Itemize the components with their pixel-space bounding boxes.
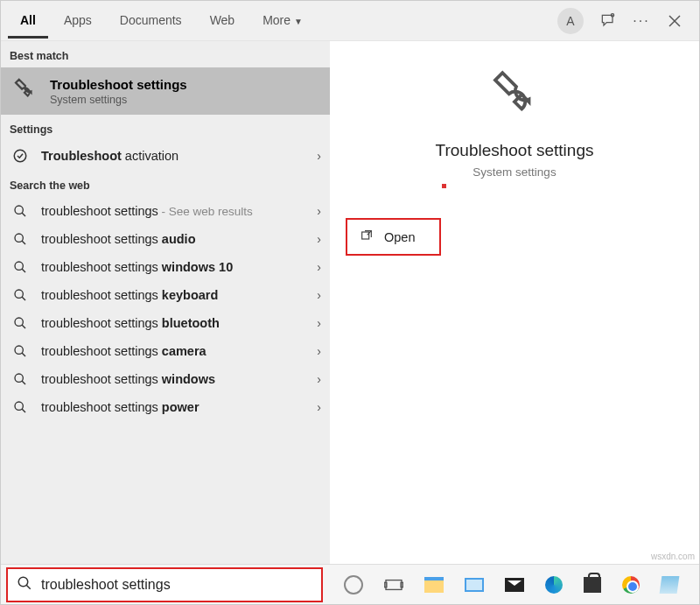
search-box[interactable] (6, 567, 323, 602)
best-match-text: Troubleshoot settings System settings (50, 77, 187, 106)
search-icon (11, 204, 29, 218)
chevron-right-icon: › (317, 400, 321, 414)
svg-point-3 (14, 150, 26, 162)
search-icon (11, 372, 29, 386)
chevron-right-icon: › (317, 149, 321, 163)
taskbar-icons (344, 575, 678, 594)
svg-line-13 (22, 325, 25, 328)
svg-line-5 (22, 213, 25, 216)
svg-point-16 (15, 374, 23, 382)
web-result-text: troubleshoot settings bluetooth (41, 316, 304, 330)
search-icon (11, 232, 29, 246)
results-panel: Best match Troubleshoot settings System … (1, 41, 330, 564)
file-explorer-icon[interactable] (424, 577, 444, 593)
svg-point-10 (15, 290, 23, 298)
topbar-right: A ··· (557, 8, 699, 34)
taskbar (1, 564, 699, 604)
web-label: Search the web (1, 171, 330, 197)
chevron-right-icon: › (317, 344, 321, 358)
web-result-text: troubleshoot settings audio (41, 232, 304, 246)
chrome-icon[interactable] (622, 576, 640, 594)
feedback-icon[interactable] (599, 12, 617, 30)
search-input[interactable] (41, 577, 312, 593)
chevron-right-icon: › (317, 232, 321, 246)
monitor-icon[interactable] (465, 578, 484, 592)
settings-item-text: Troubleshoot activation (41, 149, 304, 163)
detail-panel: Troubleshoot settings System settings Op… (330, 41, 699, 564)
search-icon (11, 400, 29, 414)
tab-web[interactable]: Web (198, 3, 248, 39)
svg-point-21 (18, 577, 28, 587)
search-icon (11, 316, 29, 330)
web-result-text: troubleshoot settings keyboard (41, 288, 304, 302)
svg-line-17 (22, 381, 25, 384)
wrench-icon (486, 66, 543, 127)
wrench-icon (11, 76, 38, 106)
app-icon[interactable] (660, 576, 680, 594)
tab-more[interactable]: More▼ (250, 3, 315, 39)
filter-tabs: All Apps Documents Web More▼ (1, 3, 315, 39)
open-icon (360, 229, 374, 245)
detail-title: Troubleshoot settings (436, 141, 594, 160)
tab-documents[interactable]: Documents (108, 3, 194, 39)
web-result[interactable]: troubleshoot settings windows› (1, 365, 330, 393)
svg-line-19 (22, 409, 25, 412)
svg-point-8 (15, 262, 23, 270)
chevron-down-icon: ▼ (294, 17, 303, 26)
svg-point-6 (15, 234, 23, 242)
svg-rect-20 (362, 232, 369, 239)
cortana-icon[interactable] (344, 575, 363, 594)
svg-line-9 (22, 269, 25, 272)
more-options-icon[interactable]: ··· (633, 12, 650, 30)
svg-point-12 (15, 318, 23, 326)
watermark: wsxdn.com (651, 552, 695, 561)
mail-icon[interactable] (505, 578, 524, 592)
svg-point-14 (15, 346, 23, 354)
web-result[interactable]: troubleshoot settings bluetooth› (1, 309, 330, 337)
web-result-text: troubleshoot settings windows 10 (41, 260, 304, 274)
tab-all[interactable]: All (8, 3, 48, 39)
store-icon[interactable] (584, 577, 601, 593)
svg-point-4 (15, 206, 23, 214)
web-result-text: troubleshoot settings windows (41, 372, 304, 386)
web-result-text: troubleshoot settings camera (41, 344, 304, 358)
best-match-title: Troubleshoot settings (50, 77, 187, 92)
web-result[interactable]: troubleshoot settings windows 10› (1, 253, 330, 281)
web-result-text: troubleshoot settings - See web results (41, 204, 304, 218)
tab-apps[interactable]: Apps (52, 3, 104, 39)
svg-line-22 (26, 585, 31, 589)
best-match-label: Best match (1, 41, 330, 67)
best-match-sub: System settings (50, 94, 187, 106)
check-circle-icon (11, 148, 29, 164)
web-result-text: troubleshoot settings power (41, 400, 304, 414)
search-icon (11, 344, 29, 358)
web-result[interactable]: troubleshoot settings power› (1, 393, 330, 421)
svg-line-15 (22, 353, 25, 356)
detail-sub: System settings (472, 165, 556, 179)
chevron-right-icon: › (317, 288, 321, 302)
chevron-right-icon: › (317, 316, 321, 330)
search-window: All Apps Documents Web More▼ A ··· Best … (0, 0, 700, 605)
svg-point-18 (15, 402, 23, 410)
web-result[interactable]: troubleshoot settings audio› (1, 225, 330, 253)
user-avatar[interactable]: A (557, 8, 584, 34)
web-result[interactable]: troubleshoot settings keyboard› (1, 281, 330, 309)
best-match-result[interactable]: Troubleshoot settings System settings (1, 67, 330, 115)
svg-rect-23 (386, 580, 402, 589)
settings-item-activation[interactable]: Troubleshoot activation › (1, 141, 330, 171)
web-result[interactable]: troubleshoot settings camera› (1, 337, 330, 365)
svg-line-11 (22, 297, 25, 300)
close-button[interactable] (666, 12, 683, 30)
open-label: Open (384, 230, 415, 244)
annotation-dot (442, 184, 446, 188)
search-icon (17, 575, 32, 594)
chevron-right-icon: › (317, 260, 321, 274)
taskview-icon[interactable] (384, 575, 403, 594)
svg-line-7 (22, 241, 25, 244)
top-bar: All Apps Documents Web More▼ A ··· (1, 1, 699, 41)
chevron-right-icon: › (317, 372, 321, 386)
open-button[interactable]: Open (346, 218, 441, 256)
search-icon (11, 260, 29, 274)
web-result[interactable]: troubleshoot settings - See web results› (1, 197, 330, 225)
edge-icon[interactable] (545, 576, 563, 594)
